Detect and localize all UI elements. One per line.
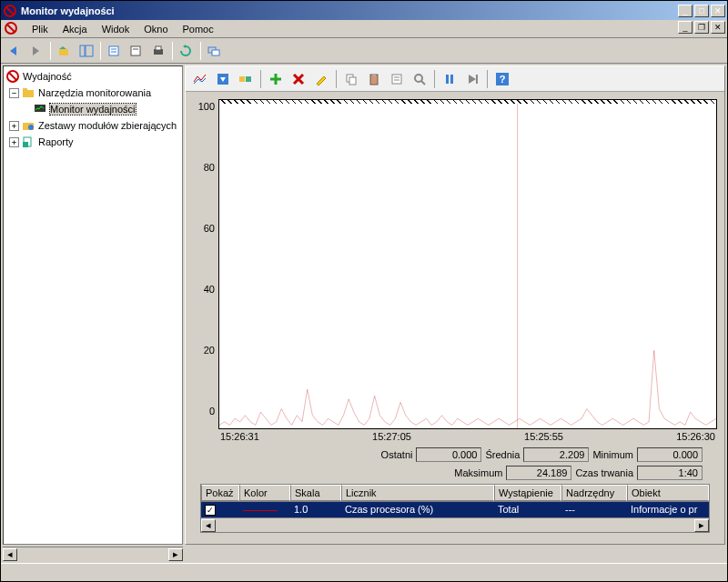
perf-root-icon: [5, 69, 20, 84]
tree-reports[interactable]: + Raporty: [5, 134, 180, 150]
col-show[interactable]: Pokaż: [201, 485, 239, 501]
scroll-right-button[interactable]: ▸: [168, 548, 183, 561]
tree-perf-monitor[interactable]: Monitor wydajności: [5, 101, 180, 117]
menu-view[interactable]: Widok: [95, 22, 137, 36]
copy-button[interactable]: [340, 69, 362, 89]
show-checkbox[interactable]: ✓: [205, 505, 216, 516]
expand-icon[interactable]: +: [9, 121, 19, 131]
xtick: 15:27:05: [372, 431, 411, 444]
update-button[interactable]: [461, 69, 483, 89]
grid-header: Pokaż Kolor Skala Licznik Wystąpienie Na…: [201, 485, 709, 502]
main-window: Monitor wydajności _ □ ✕ Plik Akcja Wido…: [0, 0, 728, 582]
counter-grid[interactable]: Pokaż Kolor Skala Licznik Wystąpienie Na…: [200, 484, 710, 533]
ytick: 0: [193, 406, 215, 416]
tree-hscroll[interactable]: ◂ ▸: [3, 547, 183, 561]
up-button[interactable]: [55, 41, 75, 61]
menu-window[interactable]: Okno: [136, 22, 175, 36]
stat-avg-label: Średnia: [485, 449, 520, 460]
tree-pane[interactable]: Wydajność − Narzędzia monitorowania Moni…: [3, 65, 183, 545]
mdi-close-button[interactable]: ✕: [711, 21, 725, 34]
svg-rect-10: [131, 46, 140, 55]
mdi-app-icon: [5, 22, 19, 36]
stat-dur-value: 1:40: [637, 466, 703, 480]
col-counter[interactable]: Licznik: [341, 485, 494, 501]
show-hide-tree-button[interactable]: [76, 41, 96, 61]
window-list-button[interactable]: [205, 41, 225, 61]
properties-button[interactable]: [386, 69, 408, 89]
export-button[interactable]: [126, 41, 147, 61]
print-button[interactable]: [148, 41, 168, 61]
mdi-minimize-button[interactable]: _: [678, 21, 693, 34]
zoom-button[interactable]: [409, 69, 430, 89]
expand-icon[interactable]: +: [9, 137, 19, 147]
svg-rect-39: [476, 75, 478, 84]
svg-line-1: [6, 7, 14, 15]
window-title: Monitor wydajności: [21, 5, 678, 16]
menu-action[interactable]: Akcja: [56, 22, 95, 36]
svg-line-36: [421, 81, 425, 85]
tree-root-label: Wydajność: [23, 71, 72, 82]
scroll-right-button[interactable]: ▸: [694, 519, 709, 532]
highlight-button[interactable]: [310, 69, 332, 89]
display-dropdown[interactable]: [235, 69, 257, 89]
add-counter-button[interactable]: [265, 69, 287, 89]
stat-min-value: 0.000: [637, 447, 703, 462]
svg-rect-37: [446, 75, 449, 84]
cell-instance: Total: [494, 502, 561, 517]
tree-reports-label: Raporty: [38, 136, 74, 147]
refresh-button[interactable]: [177, 41, 197, 61]
collapse-icon[interactable]: −: [9, 88, 19, 98]
svg-rect-5: [80, 45, 85, 56]
svg-point-22: [28, 125, 34, 130]
svg-rect-15: [212, 50, 219, 55]
stat-last-label: Ostatni: [381, 449, 413, 460]
help-button[interactable]: ?: [491, 69, 513, 89]
perf-monitor-pane: ? 100 80 60 40 20 0: [185, 65, 725, 545]
xtick: 15:26:30: [676, 431, 715, 444]
scroll-left-button[interactable]: ◂: [3, 548, 17, 561]
view-type-dropdown[interactable]: [212, 69, 234, 89]
stat-avg-value: 2.209: [523, 447, 589, 462]
svg-rect-38: [450, 75, 453, 84]
col-instance[interactable]: Wystąpienie: [494, 485, 561, 501]
menu-help[interactable]: Pomoc: [176, 22, 221, 36]
folder-icon: [21, 85, 35, 100]
chart-area: 100 80 60 40 20 0 15:26:31 15:27:05 15:2…: [186, 92, 724, 544]
tree-collector-sets[interactable]: + Zestawy modułów zbierających: [5, 117, 180, 134]
titlebar[interactable]: Monitor wydajności _ □ ✕: [1, 1, 727, 20]
mdi-restore-button[interactable]: ❐: [694, 21, 709, 34]
menu-file[interactable]: Plik: [25, 22, 56, 36]
counter-row[interactable]: ✓ 1.0 Czas procesora (%) Total --- Infor…: [201, 502, 709, 517]
scroll-left-button[interactable]: ◂: [201, 519, 216, 532]
view-chart-button[interactable]: [189, 69, 211, 89]
back-button[interactable]: [5, 41, 25, 61]
freeze-button[interactable]: [439, 69, 460, 89]
main-toolbar: [1, 38, 727, 64]
svg-rect-31: [372, 74, 376, 76]
forward-button[interactable]: [26, 41, 46, 61]
properties-button[interactable]: [105, 41, 125, 61]
col-parent[interactable]: Nadrzędny: [561, 485, 627, 501]
minimize-button[interactable]: _: [678, 5, 693, 17]
perf-toolbar: ?: [186, 66, 724, 92]
col-color[interactable]: Kolor: [239, 485, 290, 501]
tree-monitoring-label: Narzędzia monitorowania: [38, 87, 151, 98]
chart-canvas[interactable]: [218, 99, 717, 429]
stat-max-value: 24.189: [506, 466, 571, 480]
maximize-button[interactable]: □: [694, 5, 709, 17]
chart-xaxis: 15:26:31 15:27:05 15:25:55 15:26:30: [193, 429, 717, 444]
close-button[interactable]: ✕: [711, 5, 725, 17]
grid-hscroll[interactable]: ◂ ▸: [201, 517, 709, 532]
svg-rect-4: [59, 49, 68, 55]
tree-monitoring-tools[interactable]: − Narzędzia monitorowania: [5, 85, 180, 101]
app-icon: [3, 4, 17, 18]
cell-counter: Czas procesora (%): [341, 502, 494, 517]
col-scale[interactable]: Skala: [290, 485, 341, 501]
delete-counter-button[interactable]: [288, 69, 309, 89]
paste-button[interactable]: [363, 69, 385, 89]
svg-rect-29: [349, 77, 356, 85]
svg-rect-13: [156, 46, 161, 50]
tree-root[interactable]: Wydajność: [5, 68, 180, 85]
monitor-icon: [33, 102, 47, 116]
col-object[interactable]: Obiekt: [627, 485, 709, 501]
